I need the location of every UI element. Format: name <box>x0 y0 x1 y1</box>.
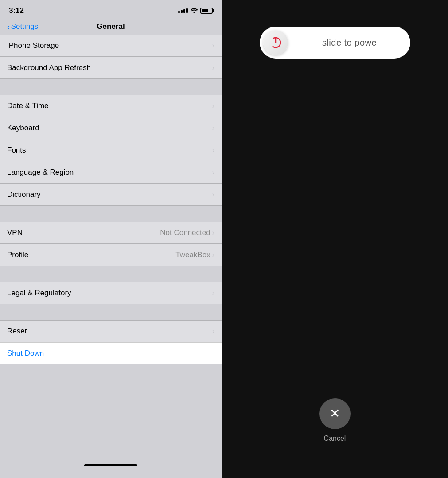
chevron-right-icon: › <box>212 64 214 72</box>
section-group-4: Legal & Regulatory › <box>0 282 222 304</box>
list-item-dictionary[interactable]: Dictionary › <box>0 184 222 206</box>
slide-text: slide to powe <box>288 38 407 48</box>
list-item-iphone-storage[interactable]: iPhone Storage › <box>0 35 222 57</box>
chevron-right-icon: › <box>212 168 214 176</box>
back-button[interactable]: ‹ Settings <box>7 22 38 31</box>
shutdown-label: Shut Down <box>7 349 44 357</box>
nav-title: General <box>97 22 125 31</box>
item-label: Fonts <box>7 146 26 155</box>
item-right: › <box>212 42 214 50</box>
chevron-right-icon: › <box>212 327 214 335</box>
section-group-1: iPhone Storage › Background App Refresh … <box>0 35 222 79</box>
item-label: Date & Time <box>7 102 49 110</box>
item-right: › <box>212 102 214 110</box>
status-bar: 3:12 <box>0 0 222 19</box>
wifi-icon <box>191 7 198 14</box>
list-item-profile[interactable]: Profile TweakBox › <box>0 244 222 266</box>
cancel-button[interactable]: ✕ <box>319 398 351 429</box>
item-right: › <box>212 146 214 154</box>
chevron-right-icon: › <box>212 289 214 297</box>
power-handle[interactable] <box>263 30 288 55</box>
chevron-right-icon: › <box>212 124 214 132</box>
item-right: Not Connected › <box>160 228 214 237</box>
list-item-keyboard[interactable]: Keyboard › <box>0 117 222 139</box>
chevron-right-icon: › <box>212 42 214 50</box>
chevron-right-icon: › <box>212 229 214 237</box>
list-item-date-time[interactable]: Date & Time › <box>0 95 222 117</box>
item-label: Reset <box>7 327 27 336</box>
item-label: Profile <box>7 251 28 259</box>
list-item-reset[interactable]: Reset › <box>0 320 222 342</box>
item-label: iPhone Storage <box>7 41 59 50</box>
item-right: TweakBox › <box>175 251 214 259</box>
list-item-vpn[interactable]: VPN Not Connected › <box>0 222 222 244</box>
item-value: Not Connected <box>160 228 210 237</box>
chevron-right-icon: › <box>212 191 214 199</box>
settings-list: iPhone Storage › Background App Refresh … <box>0 35 222 456</box>
status-icons <box>178 7 213 14</box>
item-label: Background App Refresh <box>7 63 91 72</box>
signal-icon <box>178 8 188 13</box>
item-right: › <box>212 64 214 72</box>
section-gap-2 <box>0 206 222 222</box>
section-gap-3 <box>0 266 222 282</box>
item-value: TweakBox <box>175 251 210 259</box>
home-indicator-area <box>0 456 222 478</box>
section-gap-4 <box>0 304 222 320</box>
section-group-3: VPN Not Connected › Profile TweakBox › <box>0 222 222 266</box>
back-label: Settings <box>11 22 38 31</box>
chevron-right-icon: › <box>212 102 214 110</box>
cancel-area: ✕ Cancel <box>319 398 351 443</box>
item-right: › <box>212 289 214 297</box>
chevron-right-icon: › <box>212 251 214 259</box>
item-right: › <box>212 168 214 176</box>
list-item-language-region[interactable]: Language & Region › <box>0 161 222 184</box>
settings-panel: 3:12 ‹ Settings <box>0 0 222 478</box>
list-item-fonts[interactable]: Fonts › <box>0 139 222 161</box>
item-right: › <box>212 327 214 335</box>
battery-icon <box>200 8 213 14</box>
item-right: › <box>212 124 214 132</box>
power-icon <box>269 36 282 49</box>
section-group-5: Reset › <box>0 320 222 342</box>
cancel-label: Cancel <box>324 435 346 443</box>
chevron-right-icon: › <box>212 146 214 154</box>
power-overlay-panel: slide to powe ✕ Cancel <box>222 0 448 478</box>
section-group-2: Date & Time › Keyboard › Fonts › Languag… <box>0 95 222 206</box>
power-slider[interactable]: slide to powe <box>260 27 410 59</box>
item-label: Legal & Regulatory <box>7 289 71 298</box>
section-gap-1 <box>0 79 222 95</box>
cancel-x-icon: ✕ <box>330 407 340 420</box>
item-label: Dictionary <box>7 190 41 199</box>
home-indicator <box>84 464 137 466</box>
item-right: › <box>212 191 214 199</box>
status-time: 3:12 <box>9 6 24 15</box>
back-chevron-icon: ‹ <box>7 22 10 31</box>
list-item-background-app-refresh[interactable]: Background App Refresh › <box>0 57 222 79</box>
item-label: Language & Region <box>7 168 74 177</box>
list-item-legal-regulatory[interactable]: Legal & Regulatory › <box>0 282 222 304</box>
nav-bar: ‹ Settings General <box>0 19 222 35</box>
item-label: Keyboard <box>7 124 39 133</box>
list-item-shutdown[interactable]: Shut Down <box>0 342 222 364</box>
item-label: VPN <box>7 228 23 237</box>
